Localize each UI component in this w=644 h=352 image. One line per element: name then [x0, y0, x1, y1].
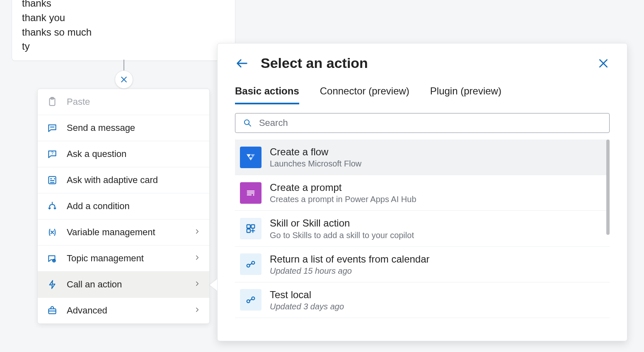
- panel-title: Select an action: [261, 55, 368, 71]
- menu-item-ask-question[interactable]: ? Ask a question: [38, 141, 209, 167]
- menu-item-label: Ask a question: [67, 149, 126, 159]
- chevron-right-icon: [194, 253, 201, 264]
- question-icon: ?: [46, 148, 58, 160]
- menu-item-label: Add a condition: [67, 201, 130, 212]
- action-title: Create a flow: [270, 145, 361, 158]
- flow-icon: [240, 147, 261, 168]
- search-input[interactable]: [259, 118, 602, 128]
- trigger-phrase: ty: [22, 39, 225, 54]
- menu-item-ask-adaptive-card[interactable]: Ask with adaptive card: [38, 167, 209, 193]
- menu-item-label: Variable management: [67, 227, 155, 238]
- action-title: Skill or Skill action: [270, 217, 414, 229]
- trigger-phrase: thank you: [22, 11, 225, 25]
- menu-item-send-message[interactable]: Send a message: [38, 115, 209, 141]
- action-test-local[interactable]: Test local Updated 3 days ago: [235, 282, 610, 318]
- menu-item-label: Topic management: [67, 253, 144, 264]
- svg-rect-9: [251, 225, 254, 228]
- action-sub: Go to Skills to add a skill to your copi…: [270, 230, 414, 241]
- topic-icon: [46, 252, 58, 265]
- chevron-right-icon: [194, 305, 201, 316]
- prompt-icon: [240, 182, 261, 204]
- action-sub: Updated 3 days ago: [270, 301, 344, 312]
- menu-item-label: Send a message: [67, 123, 135, 133]
- add-node-button[interactable]: [115, 70, 133, 89]
- menu-item-label: Advanced: [67, 305, 107, 316]
- adaptive-card-icon: [46, 174, 58, 186]
- close-button[interactable]: [597, 57, 610, 70]
- svg-text:?: ?: [51, 151, 53, 156]
- action-sub: Creates a prompt in Power Apps AI Hub: [270, 194, 416, 205]
- close-icon: [120, 75, 128, 84]
- flyout-pointer: [210, 279, 217, 291]
- message-icon: [46, 122, 58, 134]
- condition-icon: [46, 200, 58, 212]
- back-button[interactable]: [235, 56, 249, 70]
- cloud-flow-icon: [240, 253, 261, 275]
- close-icon: [597, 57, 610, 70]
- trigger-phrase: thanks so much: [22, 25, 225, 40]
- panel-header: Select an action: [235, 55, 610, 71]
- select-action-panel: Select an action Basic actions Connector…: [217, 43, 627, 341]
- action-create-prompt[interactable]: Create a prompt Creates a prompt in Powe…: [235, 175, 610, 211]
- chevron-right-icon: [194, 227, 201, 238]
- menu-item-call-action[interactable]: Call an action: [38, 271, 209, 297]
- menu-item-label: Ask with adaptive card: [67, 175, 158, 186]
- menu-item-paste[interactable]: Paste: [38, 89, 209, 115]
- menu-item-topic-management[interactable]: Topic management: [38, 245, 209, 271]
- node-context-menu: Paste Send a message ? Ask a question As…: [37, 89, 210, 324]
- tab-connector[interactable]: Connector (preview): [320, 83, 409, 104]
- skill-icon: [240, 218, 261, 239]
- chevron-right-icon: [194, 279, 201, 290]
- svg-rect-10: [247, 229, 250, 232]
- svg-point-7: [245, 120, 249, 124]
- svg-rect-8: [247, 225, 250, 228]
- action-create-flow[interactable]: Create a flow Launches Microsoft Flow: [235, 140, 610, 175]
- search-icon: [243, 118, 252, 128]
- action-sub: Launches Microsoft Flow: [270, 158, 361, 169]
- action-calendar-events[interactable]: Return a list of events from calendar Up…: [235, 247, 610, 282]
- panel-tabs: Basic actions Connector (preview) Plugin…: [235, 83, 610, 105]
- trigger-phrase: thanks: [22, 0, 225, 11]
- action-skill[interactable]: Skill or Skill action Go to Skills to ad…: [235, 211, 610, 246]
- menu-item-label: Call an action: [67, 279, 122, 290]
- action-icon: [46, 278, 58, 291]
- arrow-left-icon: [235, 56, 249, 70]
- action-sub: Updated 15 hours ago: [270, 265, 430, 276]
- variable-icon: [46, 226, 58, 239]
- tab-basic-actions[interactable]: Basic actions: [235, 83, 299, 104]
- cloud-flow-icon: [240, 289, 261, 311]
- tab-plugin[interactable]: Plugin (preview): [430, 83, 501, 104]
- toolbox-icon: [46, 304, 58, 317]
- menu-item-variable-management[interactable]: Variable management: [38, 219, 209, 245]
- menu-item-label: Paste: [67, 96, 90, 107]
- search-box[interactable]: [235, 113, 610, 133]
- actions-list: Create a flow Launches Microsoft Flow Cr…: [235, 140, 610, 341]
- svg-point-4: [54, 178, 55, 179]
- action-title: Return a list of events from calendar: [270, 253, 430, 265]
- trigger-phrases-card: thanks thank you thanks so much ty: [12, 0, 235, 61]
- paste-icon: [46, 96, 58, 108]
- action-title: Create a prompt: [270, 181, 416, 194]
- action-title: Test local: [270, 288, 344, 301]
- menu-item-add-condition[interactable]: Add a condition: [38, 193, 209, 219]
- menu-item-advanced[interactable]: Advanced: [38, 297, 209, 323]
- scrollbar-thumb[interactable]: [606, 140, 610, 235]
